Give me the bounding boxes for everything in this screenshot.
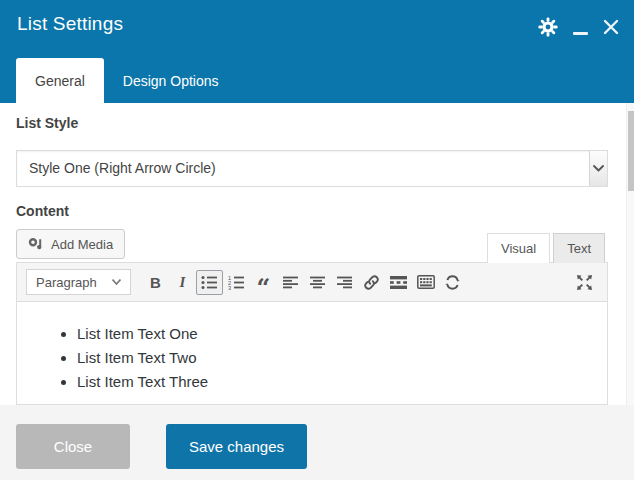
modal-header: List Settings: [0, 0, 634, 103]
close-icon[interactable]: [603, 19, 619, 35]
chevron-down-icon: [112, 279, 121, 285]
editor-mode-tabs: Visual Text: [487, 233, 605, 263]
header-actions: [538, 16, 619, 38]
fullscreen-button[interactable]: [571, 270, 598, 295]
align-center-icon: [310, 276, 325, 289]
page-title: List Settings: [17, 13, 123, 35]
content-editor: Paragraph B I 123: [16, 262, 608, 405]
tab-general[interactable]: General: [16, 58, 104, 103]
chevron-down-icon: [593, 165, 604, 172]
list-item[interactable]: List Item Text One: [77, 322, 607, 346]
editor-content-area[interactable]: List Item Text One List Item Text Two Li…: [17, 302, 607, 394]
bullet-list-button[interactable]: [196, 270, 223, 295]
list-style-select[interactable]: Style One (Right Arrow Circle): [16, 150, 608, 187]
numbered-list-button[interactable]: 123: [223, 270, 250, 295]
tab-design-options-label: Design Options: [123, 73, 219, 89]
list-style-selected-value: Style One (Right Arrow Circle): [29, 151, 216, 186]
format-select[interactable]: Paragraph: [26, 269, 131, 295]
tab-visual[interactable]: Visual: [487, 233, 550, 263]
modal-footer: Close Save changes: [0, 405, 634, 480]
more-tag-button[interactable]: [385, 270, 412, 295]
add-media-label: Add Media: [51, 237, 113, 252]
toolbar-toggle-button[interactable]: [412, 270, 439, 295]
tab-visual-label: Visual: [501, 241, 536, 256]
content-label: Content: [16, 203, 69, 219]
keyboard-icon: [417, 275, 435, 289]
refresh-button[interactable]: [439, 270, 466, 295]
tab-general-label: General: [35, 73, 85, 89]
blockquote-button[interactable]: “: [250, 270, 277, 295]
svg-text:3: 3: [228, 285, 231, 290]
bullet-list: List Item Text One List Item Text Two Li…: [37, 322, 607, 394]
numbered-list-icon: 123: [228, 275, 245, 290]
align-center-button[interactable]: [304, 270, 331, 295]
gear-icon[interactable]: [538, 17, 558, 37]
italic-button[interactable]: I: [169, 270, 196, 295]
format-select-value: Paragraph: [36, 275, 97, 290]
link-icon: [363, 274, 380, 291]
scrollbar-thumb[interactable]: [628, 111, 634, 191]
fullscreen-icon: [576, 274, 593, 291]
add-media-button[interactable]: Add Media: [16, 229, 125, 259]
close-button[interactable]: Close: [16, 424, 130, 469]
editor-toolbar: Paragraph B I 123: [17, 263, 607, 302]
vertical-scrollbar[interactable]: [626, 103, 634, 405]
list-item[interactable]: List Item Text Three: [77, 370, 607, 394]
bullet-list-icon: [201, 275, 218, 290]
link-button[interactable]: [358, 270, 385, 295]
tab-text[interactable]: Text: [553, 233, 605, 263]
tab-text-label: Text: [567, 241, 591, 256]
align-right-button[interactable]: [331, 270, 358, 295]
list-settings-modal: List Settings: [0, 0, 634, 480]
media-icon: [28, 237, 44, 251]
list-style-label: List Style: [16, 115, 78, 131]
bold-button[interactable]: B: [142, 270, 169, 295]
minimize-icon[interactable]: [573, 20, 588, 35]
settings-tabs: General Design Options: [16, 58, 238, 103]
more-tag-icon: [390, 276, 407, 289]
list-item[interactable]: List Item Text Two: [77, 346, 607, 370]
align-left-icon: [283, 276, 298, 289]
refresh-icon: [444, 274, 461, 291]
align-left-button[interactable]: [277, 270, 304, 295]
select-arrow-box: [589, 151, 607, 186]
tab-design-options[interactable]: Design Options: [104, 58, 238, 103]
align-right-icon: [337, 276, 352, 289]
save-changes-button[interactable]: Save changes: [166, 424, 307, 469]
